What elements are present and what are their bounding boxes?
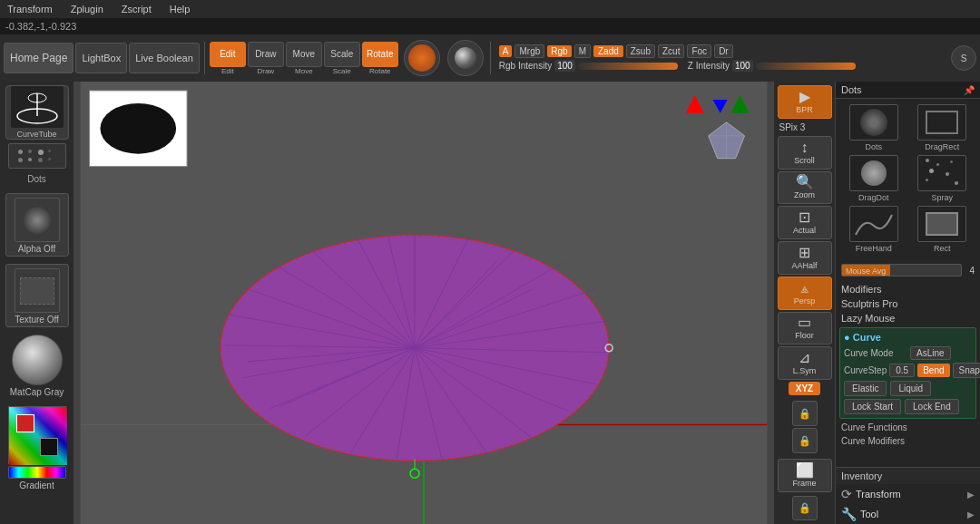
dr-button[interactable]: Dr: [714, 44, 733, 58]
rotate-button[interactable]: Rotate: [362, 42, 398, 67]
dragdot-brush-item[interactable]: DragDot: [841, 155, 906, 202]
svg-line-14: [415, 321, 608, 348]
curve-step-value[interactable]: 0.5: [889, 364, 915, 377]
spray-brush-item[interactable]: Spray: [910, 155, 975, 202]
svg-line-21: [397, 348, 415, 459]
brush-shape-circle[interactable]: [404, 40, 440, 76]
elastic-liquid-row: Elastic Liquid: [844, 381, 972, 396]
spix-label: SPix 3: [779, 122, 806, 132]
liquid-tag[interactable]: Liquid: [890, 381, 931, 396]
menu-help[interactable]: Help: [166, 2, 194, 16]
svg-line-15: [415, 348, 608, 353]
right-panel-pin[interactable]: 📌: [964, 85, 975, 95]
actual-button[interactable]: ⊡ Actual: [778, 206, 832, 239]
left-panel: CurveTube Dots Alpha Off: [0, 82, 74, 524]
mouse-avg-label: Mouse Avg: [846, 265, 886, 277]
svg-line-11: [415, 244, 521, 348]
z-intensity-slider[interactable]: [756, 63, 856, 70]
scale-button[interactable]: Scale: [324, 42, 360, 67]
rgb-intensity-value: 100: [554, 60, 575, 72]
svg-line-34: [415, 262, 496, 348]
home-page-button[interactable]: Home Page: [4, 43, 74, 73]
alpha-off-button[interactable]: Alpha Off: [5, 193, 69, 257]
snap-button[interactable]: Snap: [953, 363, 980, 378]
m-button[interactable]: M: [574, 44, 591, 58]
curve-mode-value[interactable]: AsLine: [910, 346, 951, 360]
curve-modifiers-row[interactable]: Curve Modifiers: [836, 434, 980, 448]
sculptris-pro-row[interactable]: Sculptris Pro: [836, 296, 980, 311]
elastic-tag[interactable]: Elastic: [844, 381, 887, 396]
freehand-brush-item[interactable]: FreeHand: [841, 206, 906, 253]
menu-zscript[interactable]: Zscript: [118, 2, 155, 16]
bpr-label: BPR: [796, 105, 813, 114]
svg-line-18: [415, 348, 532, 439]
zsub-button[interactable]: Zsub: [626, 44, 655, 58]
aa-half-button[interactable]: ⊞ AAHalf: [778, 241, 832, 275]
curve-functions-row[interactable]: Curve Functions: [836, 421, 980, 434]
frame-button[interactable]: ⬜ Frame: [778, 459, 832, 492]
move-button[interactable]: Move: [286, 42, 322, 67]
svg-line-29: [270, 262, 415, 348]
background-color[interactable]: [40, 438, 58, 456]
xyz-button[interactable]: XYZ: [789, 382, 820, 395]
curve-tube-brush[interactable]: CurveTube: [5, 85, 69, 140]
live-boolean-button[interactable]: Live Boolean: [129, 43, 200, 73]
rect-brush-item[interactable]: Rect: [910, 206, 975, 253]
transform-row[interactable]: ⟳ Transform ▶: [836, 484, 980, 504]
s-icon-button[interactable]: S: [951, 45, 976, 71]
rgb-intensity-slider[interactable]: [578, 63, 678, 70]
lock-start-button[interactable]: Lock Start: [844, 399, 901, 414]
svg-point-42: [100, 103, 176, 154]
svg-line-19: [415, 348, 487, 454]
lazy-mouse-row[interactable]: Lazy Mouse: [836, 311, 980, 325]
dots-brush-item[interactable]: Dots: [841, 104, 906, 151]
dragrect-brush-item[interactable]: DragRect: [910, 104, 975, 151]
mouse-avg-slider[interactable]: Mouse Avg: [841, 264, 962, 277]
bpr-button[interactable]: ▶ BPR: [778, 85, 832, 119]
zcut-button[interactable]: Zcut: [658, 44, 684, 58]
svg-line-23: [307, 348, 416, 436]
svg-line-32: [387, 235, 415, 347]
brush-dots-grid: Dots DragRect DragDot: [836, 99, 980, 258]
texture-off-button[interactable]: Texture Off: [5, 264, 69, 327]
lock-icon-1[interactable]: 🔒: [792, 401, 818, 426]
a-button[interactable]: A: [499, 45, 513, 57]
lightbox-button[interactable]: LightBox: [75, 43, 127, 73]
foc-button[interactable]: Foc: [687, 44, 711, 58]
extra-lock-icon[interactable]: 🔒: [792, 496, 818, 520]
brush-sphere-icon[interactable]: [447, 40, 484, 76]
l-sym-button[interactable]: ⊿ L.Sym: [778, 346, 832, 380]
floor-label: Floor: [795, 331, 814, 340]
lock-icon-2[interactable]: 🔒: [792, 428, 818, 453]
color-picker-area[interactable]: Gradient: [8, 406, 66, 490]
draw-button[interactable]: Draw: [248, 42, 284, 67]
mrgb-button[interactable]: Mrgb: [514, 44, 544, 58]
matcap-button[interactable]: MatCap Gray: [10, 335, 64, 397]
bend-button[interactable]: Bend: [917, 364, 949, 377]
edit-tool-group: Edit Edit: [210, 42, 246, 75]
svg-line-31: [356, 236, 415, 347]
dots-preview[interactable]: [8, 143, 66, 169]
persp-button[interactable]: ⟁ Persp: [778, 277, 832, 310]
bpr-icon: ▶: [799, 90, 810, 104]
menu-transform[interactable]: Transform: [4, 2, 56, 16]
edit-button[interactable]: Edit: [210, 42, 246, 67]
curve-section: ● Curve Curve Mode AsLine CurveStep 0.5 …: [839, 327, 976, 419]
modifiers-row[interactable]: Modifiers: [836, 282, 980, 296]
hue-slider[interactable]: [8, 466, 66, 479]
curve-title: ● Curve: [844, 332, 972, 343]
foreground-color[interactable]: [16, 414, 34, 432]
scroll-button[interactable]: ↕ Scroll: [778, 136, 832, 170]
lock-row: Lock Start Lock End: [844, 399, 972, 414]
svg-marker-45: [731, 95, 750, 113]
rgb-button[interactable]: Rgb: [547, 45, 571, 57]
zadd-button[interactable]: Zadd: [593, 45, 623, 57]
svg-rect-3: [81, 82, 768, 524]
tool-row[interactable]: 🔧 Tool ▶: [836, 504, 980, 524]
lock-end-button[interactable]: Lock End: [905, 399, 959, 414]
floor-button[interactable]: ▭ Floor: [778, 312, 832, 345]
menu-zplugin[interactable]: Zplugin: [67, 2, 107, 16]
actual-icon: ⊡: [799, 210, 810, 225]
zoom-button[interactable]: 🔍 Zoom: [778, 171, 832, 205]
slider-row: Rgb Intensity 100 Z Intensity 100: [499, 60, 856, 72]
